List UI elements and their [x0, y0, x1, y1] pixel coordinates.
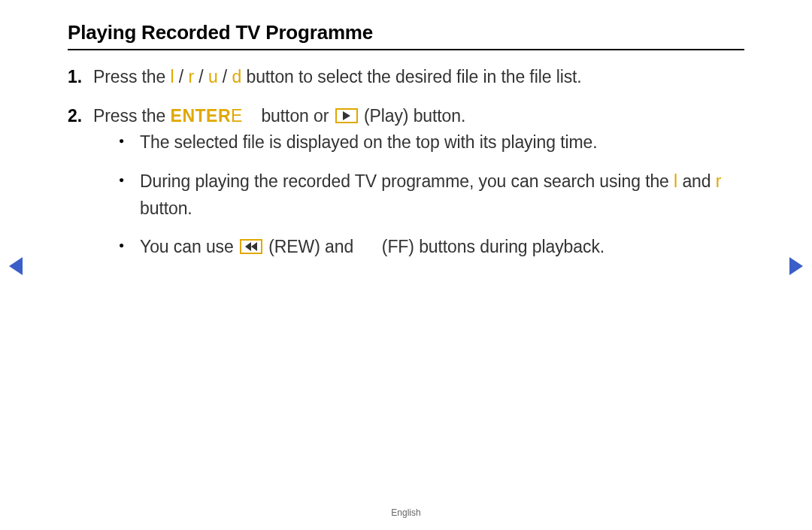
step-1: 1. Press the l / r / u / d button to sel… [68, 64, 744, 91]
page-title: Playing Recorded TV Programme [68, 21, 744, 50]
nav-prev-icon[interactable] [9, 257, 23, 275]
footer-language: English [0, 507, 812, 518]
step-2: 2. Press the ENTERE button or (Play) but… [68, 103, 744, 261]
bullet-2-text-1: During playing the recorded TV programme… [140, 171, 674, 191]
bullet-3-text-3: (FF) buttons during playback. [377, 237, 605, 256]
dir-key-u: u [208, 67, 218, 86]
bullet-3: You can use (REW) and (FF) buttons durin… [119, 234, 744, 261]
bullet-3-text-1: You can use [140, 237, 238, 256]
step-1-text-2: button to select the desired file in the… [241, 67, 582, 86]
bullet-1: The selected file is displayed on the to… [119, 129, 744, 156]
dir-key-r-2: r [716, 171, 722, 191]
svg-marker-1 [245, 242, 251, 251]
play-icon [335, 108, 358, 123]
step-2-number: 2. [68, 103, 82, 130]
step-1-number: 1. [68, 64, 82, 91]
bullet-2-text-3: button. [140, 198, 192, 218]
step-2-text-3: (Play) button. [359, 106, 466, 126]
dir-key-d: d [232, 67, 241, 86]
nav-next-icon[interactable] [789, 257, 803, 275]
enter-e-suffix: E [231, 106, 242, 126]
svg-marker-2 [251, 242, 257, 251]
step-2-text-2: button or [256, 106, 333, 126]
bullet-3-text-2: (REW) and [264, 237, 358, 256]
step-1-sep3: / [218, 67, 232, 86]
svg-marker-0 [343, 111, 350, 120]
step-1-sep2: / [194, 67, 208, 86]
step-2-text-1: Press the [93, 106, 171, 126]
bullet-2-text-2: and [677, 171, 716, 191]
rewind-icon [240, 239, 262, 254]
bullet-2: During playing the recorded TV programme… [119, 168, 744, 222]
step-2-bullets: The selected file is displayed on the to… [93, 129, 744, 261]
step-1-sep1: / [174, 67, 189, 86]
dir-key-r: r [188, 67, 194, 86]
enter-button-label: ENTER [171, 106, 231, 126]
steps-list: 1. Press the l / r / u / d button to sel… [68, 64, 744, 261]
step-1-text-1: Press the [93, 67, 171, 86]
